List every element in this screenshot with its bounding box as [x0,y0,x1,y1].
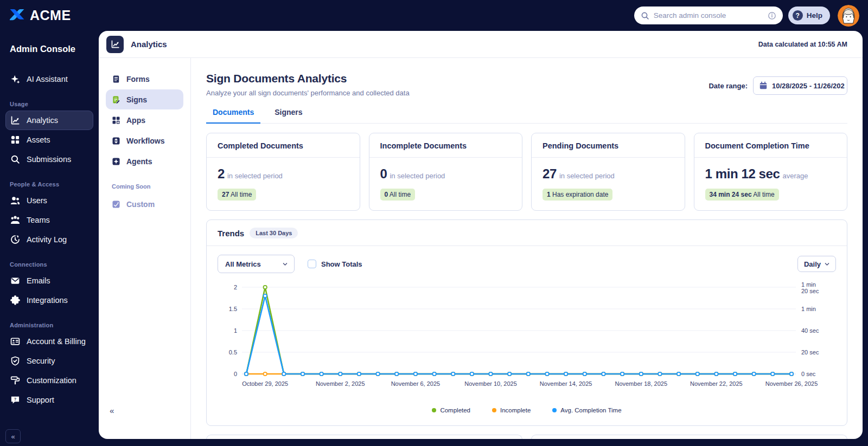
account-billing-icon [10,337,20,346]
sidebar-section-label: Usage [5,101,93,107]
page-title: Sign Documents Analytics [206,72,410,85]
stat-value: 0 [380,166,387,181]
sidebar-item-analytics[interactable]: Analytics [5,111,93,130]
custom-icon [112,200,120,209]
admin-sidebar: Admin Console AI AssistantUsage Analytic… [0,31,99,446]
svg-text:November 18, 2025: November 18, 2025 [615,380,667,387]
sidebar-section-label: People & Access [5,181,93,188]
subnav-collapse-button[interactable]: « [110,406,114,415]
teams-icon [10,215,20,225]
signs-icon [112,95,120,104]
data-calculated-text: Data calculated at 10:55 AM [758,41,847,48]
emails-icon [10,276,20,286]
avatar[interactable] [838,5,859,27]
subnav-item-label: Apps [126,116,145,125]
activity-log-icon [10,235,20,244]
question-icon: ? [793,10,803,21]
subnav-item-custom[interactable]: Custom [106,194,183,214]
svg-text:October 29, 2025: October 29, 2025 [242,380,288,387]
stat-value: 2 [218,166,225,181]
sidebar-item-label: Support [27,396,54,404]
sidebar-item-label: Security [27,357,55,365]
svg-text:November 6, 2025: November 6, 2025 [391,380,441,387]
sidebar-item-emails[interactable]: Emails [5,271,93,290]
svg-text:November 10, 2025: November 10, 2025 [464,380,517,387]
subnav-item-signs[interactable]: Signs [106,89,183,109]
show-totals-checkbox[interactable] [308,260,316,268]
svg-text:20 sec: 20 sec [801,349,819,355]
legend-dot-icon [552,408,557,412]
tab-signers[interactable]: Signers [268,108,309,124]
sidebar-item-customization[interactable]: Customization [5,371,93,390]
sidebar-item-label: Analytics [27,116,58,125]
date-range-label: Date range: [709,82,748,90]
sidebar-item-activity-log[interactable]: Activity Log [5,230,93,249]
legend-dot-icon [492,408,496,412]
svg-text:2: 2 [234,284,237,290]
sidebar-title: Admin Console [5,31,93,57]
sidebar-collapse-button[interactable]: « [5,429,21,443]
search-box[interactable] [634,7,783,24]
subnav-item-apps[interactable]: Apps [106,110,183,130]
sidebar-item-assets[interactable]: Assets [5,130,93,150]
svg-text:1: 1 [234,327,237,334]
sidebar-item-label: Users [27,196,47,205]
legend-item-avg-completion-time: Avg. Completion Time [552,407,621,413]
stat-card-title: Completed Documents [207,133,360,158]
subnav-item-agents[interactable]: Agents [106,151,183,171]
stat-badge: 0 All time [380,189,416,201]
sidebar-item-label: Teams [27,216,50,224]
search-info-icon[interactable] [768,11,776,20]
forms-icon [112,75,120,83]
chevron-down-icon [824,261,831,268]
sidebar-item-support[interactable]: ? Support [5,390,93,410]
svg-text:20 sec: 20 sec [801,288,819,294]
support-icon: ? [10,395,20,405]
apps-icon [112,116,120,125]
svg-text:1 min: 1 min [801,306,816,312]
sidebar-item-security[interactable]: Security [5,351,93,371]
subnav-item-forms[interactable]: Forms [106,69,183,89]
stat-value-suffix: in selected period [227,172,283,180]
metrics-select[interactable]: All Metrics [218,255,295,273]
stat-card-incomplete-documents: Incomplete Documents 0in selected period… [369,133,523,211]
legend-item-completed: Completed [432,407,470,413]
partial-card [531,435,847,439]
workflows-icon [112,137,120,145]
sidebar-item-teams[interactable]: Teams [5,210,93,230]
ai-assistant-icon [10,74,20,84]
subnav-item-label: Agents [126,157,152,166]
sidebar-item-label: Integrations [27,296,68,305]
show-totals-toggle[interactable]: Show Totals [308,260,362,268]
subnav-item-label: Forms [126,75,150,83]
legend-dot-icon [432,408,436,412]
sidebar-section-label: Administration [5,322,93,328]
assets-icon [10,135,20,145]
agents-icon [112,157,120,166]
subnav-item-label: Workflows [126,137,165,145]
help-button[interactable]: ? Help [788,7,830,24]
sidebar-item-integrations[interactable]: Integrations [5,290,93,310]
sidebar-item-submissions[interactable]: Submissions [5,150,93,169]
stat-badge: 34 min 24 sec All time [705,189,779,201]
main-panel: Analytics Data calculated at 10:55 AM Fo… [99,31,863,439]
topbar: ACME ? Help [0,0,868,31]
search-input[interactable] [654,11,763,20]
chart-legend: CompletedIncompleteAvg. Completion Time [207,394,847,425]
stat-card-title: Pending Documents [532,133,685,158]
security-icon [10,356,20,366]
analytics-icon [10,115,20,125]
analytics-app-icon [106,36,124,53]
stat-value-suffix: in selected period [559,172,615,180]
stat-value: 27 [542,166,557,181]
subnav-item-workflows[interactable]: Workflows [106,131,183,151]
sidebar-item-account-billing[interactable]: Account & Billing [5,332,93,351]
coming-soon-label: Coming Soon [106,183,183,190]
tab-documents[interactable]: Documents [206,108,260,124]
sidebar-item-ai-assistant[interactable]: AI Assistant [5,69,93,89]
sidebar-item-users[interactable]: Users [5,191,93,210]
granularity-select[interactable]: Daily [797,256,836,272]
chart-svg: 00.511.520 sec20 sec40 sec1 min1 min20 s… [207,281,847,392]
date-range-picker[interactable]: 10/28/2025 - 11/26/202 [753,76,847,95]
brand[interactable]: ACME [9,8,71,23]
